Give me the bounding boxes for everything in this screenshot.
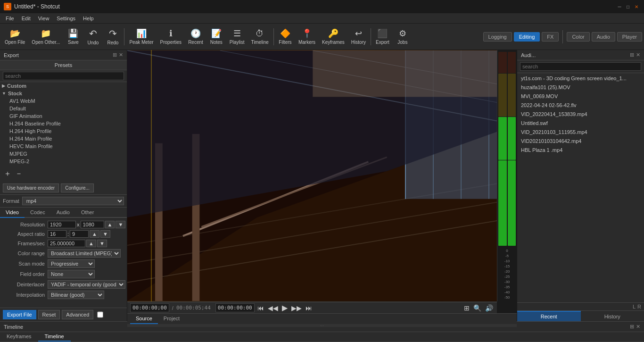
playlist-button[interactable]: ☰ Playlist [227,25,248,49]
minimize-button[interactable]: ─ [616,3,623,10]
aspect-decrement-button[interactable]: ▼ [100,230,110,238]
advanced-button[interactable]: Advanced [62,310,93,319]
jobs-button[interactable]: ⚙ Jobs [393,25,412,49]
tl-expand-icon[interactable]: ⊞ [630,324,634,330]
color-range-select[interactable]: Broadcast Limited (MPEG) [48,249,121,258]
skip-start-button[interactable]: ⏮ [256,303,265,313]
tl-close-icon[interactable]: ✕ [636,324,640,330]
recent-close-icon[interactable]: ✕ [636,52,640,58]
export-file-button[interactable]: Export File [3,310,36,319]
source-tab[interactable]: Source [130,314,158,324]
add-preset-button[interactable]: ＋ [3,168,12,180]
preset-group-stock[interactable]: ▼ Stock [0,90,127,97]
preset-group-custom[interactable]: ▶ Custom [0,82,127,90]
close-export-icon[interactable]: ✕ [119,52,123,58]
tab-codec[interactable]: Codec [25,208,51,218]
list-item[interactable]: 2022-04-24 02-56-42.flv [517,101,644,110]
peak-meter-button[interactable]: 📊 Peak Meter [126,25,156,49]
timeline-button[interactable]: ⏱ Timeline [248,25,272,49]
menu-edit[interactable]: Edit [18,15,34,22]
format-select[interactable]: mp4 [22,197,124,205]
resolution-increment-button[interactable]: ▲ [105,221,115,228]
list-item[interactable]: HEVC Main Profile [0,142,127,150]
tab-video[interactable]: Video [0,208,25,218]
reset-button[interactable]: Reset [38,310,60,319]
play-reverse-button[interactable]: ◀◀ [267,303,279,313]
keyframes-button[interactable]: 🔑 Keyframes [319,25,347,49]
recent-tab[interactable]: Recent [517,311,581,321]
tab-audio[interactable]: Audio [51,208,75,218]
menu-help[interactable]: Help [79,15,98,22]
deinterlace-select[interactable]: YADIF - temporal only (good) [48,280,125,289]
configure-button[interactable]: Configure... [61,184,94,192]
use-hardware-encoder-button[interactable]: Use hardware encoder [3,184,59,192]
redo-button[interactable]: ↷ Redo [103,25,122,49]
menu-file[interactable]: File [2,15,18,22]
volume-button[interactable]: 🔊 [484,303,494,313]
project-tab[interactable]: Project [158,314,185,324]
recent-expand-icon[interactable]: ⊞ [630,52,634,58]
keyframes-bottom-tab[interactable]: Keyframes [0,332,38,342]
filters-button[interactable]: 🔶 Filters [276,25,295,49]
timeline-bottom-tab[interactable]: Timeline [38,332,71,342]
resolution-width-input[interactable] [48,221,76,228]
history-button[interactable]: ↩ History [348,25,369,49]
undo-button[interactable]: ↶ Undo [83,25,102,49]
aspect-increment-button[interactable]: ▲ [90,230,99,238]
play-button[interactable]: ▶ [281,302,289,313]
export-checkbox[interactable] [97,310,103,319]
list-item[interactable]: Untitled.swf [517,119,644,128]
list-item[interactable]: H.264 Main Profile [0,135,127,142]
recent-button[interactable]: 🕐 Recent [185,25,206,49]
list-item[interactable]: H.264 Baseline Profile [0,120,127,127]
markers-button[interactable]: 📍 Markers [296,25,318,49]
remove-preset-button[interactable]: － [14,168,24,180]
close-button[interactable]: ✕ [633,3,640,10]
menu-view[interactable]: View [34,15,53,22]
recent-search-input[interactable] [520,62,641,71]
player-sub-mode-button[interactable]: Player [617,32,642,42]
list-item[interactable]: huzaifa101 (25).MOV [517,83,644,92]
expand-icon[interactable]: ⊞ [113,52,117,58]
resolution-decrement-button[interactable]: ▼ [116,221,125,228]
aspect-width-input[interactable] [48,230,66,238]
resolution-height-input[interactable] [81,221,104,228]
list-item[interactable]: Default [0,105,127,112]
scan-mode-select[interactable]: Progressive [48,259,95,268]
tab-other[interactable]: Other [75,208,100,218]
list-item[interactable]: H.264 High Profile [0,127,127,135]
export-button[interactable]: ⬛ Export [373,25,392,49]
audio-sub-mode-button[interactable]: Audio [592,32,615,42]
list-item[interactable]: VID20210103104642.mp4 [517,137,644,146]
list-item[interactable]: MVI_0069.MOV [517,92,644,101]
list-item[interactable]: AV1 WebM [0,97,127,105]
menu-settings[interactable]: Settings [53,15,79,22]
list-item[interactable]: GIF Animation [0,112,127,120]
list-item[interactable]: VID_20220414_153839.mp4 [517,110,644,119]
field-order-select[interactable]: None [48,270,95,278]
panel-resize-handle[interactable] [127,324,517,327]
zoom-button[interactable]: 🔍 [472,303,482,313]
fps-input[interactable] [48,240,85,247]
history-tab[interactable]: History [581,311,644,321]
list-item[interactable]: yt1s.com - 3D coding Green screen video_… [517,74,644,83]
list-item[interactable]: HBL Plaza 1 .mp4 [517,146,644,155]
list-item[interactable]: MJPEG [0,150,127,158]
open-other-button[interactable]: 📁 Open Other... [29,25,63,49]
color-sub-mode-button[interactable]: Color [567,32,589,42]
grid-button[interactable]: ⊞ [463,303,471,313]
list-item[interactable]: VID_20210103_111955.mp4 [517,128,644,137]
list-item[interactable]: MPEG-2 [0,158,127,165]
aspect-height-input[interactable] [70,230,89,238]
fps-increment-button[interactable]: ▲ [86,240,96,247]
skip-end-button[interactable]: ⏭ [305,303,313,313]
notes-button[interactable]: 📝 Notes [207,25,226,49]
maximize-button[interactable]: □ [624,3,632,10]
properties-button[interactable]: ℹ Properties [157,25,185,49]
fps-more-button[interactable]: ▼ [97,240,107,247]
presets-search-input[interactable] [3,72,124,80]
save-button[interactable]: 💾 Save [64,25,83,49]
interpolation-select[interactable]: Bilinear (good) [48,291,104,299]
open-file-button[interactable]: 📂 Open File [2,25,28,49]
editing-mode-button[interactable]: Editing [514,32,540,42]
